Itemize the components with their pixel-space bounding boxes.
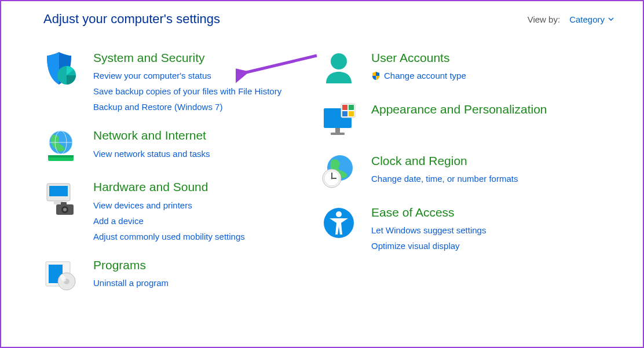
monitor-icon — [321, 101, 357, 140]
user-icon — [321, 50, 357, 89]
printer-camera-icon — [43, 179, 79, 244]
globe-icon — [43, 127, 79, 166]
clock-globe-icon — [321, 153, 357, 192]
svg-point-19 — [331, 53, 347, 69]
category-ease-of-access: Ease of Access Let Windows suggest setti… — [321, 204, 599, 254]
category-appearance: Appearance and Personalization — [321, 101, 599, 140]
programs-icon — [43, 257, 79, 296]
category-clock-region: Clock and Region Change date, time, or n… — [321, 153, 599, 192]
link-devices-printers[interactable]: View devices and printers — [93, 197, 245, 213]
link-file-history[interactable]: Save backup copies of your files with Fi… — [93, 83, 281, 99]
svg-rect-26 — [342, 111, 347, 116]
category-programs: Programs Uninstall a program — [43, 257, 321, 296]
svg-point-33 — [331, 178, 333, 180]
link-backup-restore[interactable]: Backup and Restore (Windows 7) — [93, 99, 281, 115]
link-network-status[interactable]: View network status and tasks — [93, 146, 210, 162]
link-change-account-type[interactable]: Change account type — [371, 68, 466, 83]
svg-point-35 — [336, 211, 342, 217]
svg-rect-13 — [61, 202, 67, 205]
svg-rect-27 — [349, 111, 354, 116]
shield-icon — [43, 50, 79, 115]
view-by-dropdown[interactable]: Category — [569, 14, 614, 24]
accessibility-icon — [321, 204, 357, 254]
category-user-accounts: User Accounts Change account type — [321, 50, 599, 89]
category-hardware: Hardware and Sound View devices and prin… — [43, 179, 321, 244]
link-date-time-formats[interactable]: Change date, time, or number formats — [371, 171, 518, 186]
link-suggest-settings[interactable]: Let Windows suggest settings — [371, 222, 486, 238]
svg-rect-22 — [331, 133, 345, 135]
link-system-security[interactable]: System and Security — [93, 50, 281, 65]
svg-rect-24 — [342, 105, 347, 110]
link-hardware-sound[interactable]: Hardware and Sound — [93, 179, 245, 195]
category-network: Network and Internet View network status… — [43, 127, 321, 166]
link-mobility-settings[interactable]: Adjust commonly used mobility settings — [93, 229, 245, 244]
svg-rect-8 — [49, 186, 68, 196]
link-optimize-display[interactable]: Optimize visual display — [371, 238, 486, 254]
page-title: Adjust your computer's settings — [43, 12, 220, 27]
uac-shield-icon — [371, 71, 380, 80]
link-user-accounts[interactable]: User Accounts — [371, 50, 466, 65]
column-right: User Accounts Change account type — [321, 50, 599, 309]
svg-rect-25 — [349, 105, 354, 110]
view-by-label: View by: — [528, 14, 560, 24]
svg-rect-21 — [335, 128, 340, 133]
link-clock-region[interactable]: Clock and Region — [371, 153, 518, 168]
link-uninstall-program[interactable]: Uninstall a program — [93, 275, 169, 291]
chevron-down-icon — [608, 17, 614, 21]
category-system-security: System and Security Review your computer… — [43, 50, 321, 115]
svg-rect-6 — [48, 155, 74, 157]
link-ease-of-access[interactable]: Ease of Access — [371, 204, 486, 220]
link-programs[interactable]: Programs — [93, 257, 169, 273]
link-appearance-personalization[interactable]: Appearance and Personalization — [371, 101, 547, 117]
link-network-internet[interactable]: Network and Internet — [93, 127, 210, 143]
column-left: System and Security Review your computer… — [43, 50, 321, 309]
svg-point-12 — [63, 208, 67, 211]
view-by: View by: Category — [528, 14, 614, 24]
link-review-status[interactable]: Review your computer's status — [93, 68, 281, 83]
link-add-device[interactable]: Add a device — [93, 213, 245, 229]
